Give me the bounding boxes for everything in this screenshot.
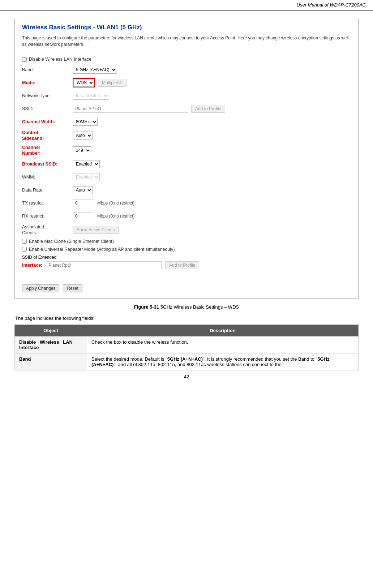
- associated-clients-control: Show Active Clients: [73, 226, 351, 234]
- tx-restrict-label: TX restrict:: [22, 201, 73, 206]
- channel-width-row: Channel Width: 80MHz: [22, 117, 351, 127]
- tx-restrict-unit: Mbps (0:no restrict): [97, 201, 134, 206]
- broadcast-ssid-label: Broadcast SSID:: [22, 162, 73, 167]
- disable-wireless-label: Disable Wireless LAN Interface: [29, 57, 91, 62]
- ssid-extended-label: SSID of Extended: [22, 255, 351, 260]
- multipleap-button: MultipleAP: [98, 79, 127, 87]
- ssid-extended-row: Interface: Add to Profile: [22, 261, 351, 269]
- spacer: [22, 272, 351, 279]
- show-active-clients-button[interactable]: Show Active Clients: [73, 226, 119, 234]
- mode-select-wrap: WDS: [73, 78, 95, 87]
- mode-label: Mode:: [22, 80, 73, 85]
- network-type-label: Network Type:: [22, 93, 73, 98]
- band-label: Band:: [22, 67, 73, 72]
- rx-restrict-label: RX restrict:: [22, 214, 73, 219]
- mac-clone-row: Enable Mac Clone (Single Ethernet Client…: [22, 239, 351, 244]
- ssid-row: SSID: Add to Profile: [22, 104, 351, 114]
- divider: [22, 53, 351, 53]
- control-sideband-select[interactable]: Auto: [73, 132, 93, 140]
- rx-restrict-unit: Mbps (0:no restrict): [97, 214, 134, 219]
- figure-caption-bold: Figure 5-31: [134, 304, 159, 310]
- figure-caption: Figure 5-31 5GHz Wireless Basic Settings…: [14, 304, 359, 310]
- rx-restrict-row: RX restrict: Mbps (0:no restrict): [22, 211, 351, 221]
- panel-description: This page is used to configure the param…: [22, 35, 351, 48]
- band-select[interactable]: 5 GHz (A+N+AC): [73, 66, 117, 74]
- network-type-row: Network Type: Infrastructure: [22, 91, 351, 101]
- universal-repeater-row: Enable Universal Repeater Mode (Acting a…: [22, 247, 351, 252]
- table-header-row: Object Description: [15, 325, 359, 336]
- header-title: User Manual of WDAP-C7200AC: [297, 2, 366, 8]
- table-row-2-description: Select the desired mode. Default is "5GH…: [87, 353, 359, 370]
- following-text: The page includes the following fields:: [14, 316, 359, 321]
- table-row-2-object: Band: [15, 353, 87, 370]
- apply-changes-button[interactable]: Apply Changes: [22, 284, 59, 292]
- control-sideband-control: Auto: [73, 132, 351, 140]
- main-content: Wireless Basic Settings - WLAN1 (5 GHz) …: [0, 14, 373, 387]
- tx-restrict-control: Mbps (0:no restrict): [73, 199, 351, 207]
- broadcast-ssid-row: Broadcast SSID: Enabled: [22, 159, 351, 169]
- channel-number-label: ChannelNumber:: [22, 145, 73, 156]
- control-sideband-label: ControlSideband:: [22, 130, 73, 142]
- table-row: Band Select the desired mode. Default is…: [15, 353, 359, 370]
- ssid-extended-section: SSID of Extended Interface: Add to Profi…: [22, 255, 351, 269]
- mode-control: WDS MultipleAP: [73, 78, 351, 87]
- disable-wireless-checkbox[interactable]: [22, 57, 27, 62]
- universal-repeater-label: Enable Universal Repeater Mode (Acting a…: [29, 247, 175, 252]
- channel-number-select[interactable]: 149: [73, 146, 91, 154]
- table-row-1-description: Check the box to disable the wireless fu…: [87, 336, 359, 353]
- wmm-control: Enabled: [73, 173, 351, 181]
- associated-clients-label: AssociatedClients:: [22, 224, 73, 236]
- network-type-control: Infrastructure: [73, 92, 351, 100]
- table-row: Disable Wireless LAN Interface Check the…: [15, 336, 359, 353]
- channel-width-select[interactable]: 80MHz: [73, 118, 98, 126]
- channel-width-label: Channel Width:: [22, 119, 73, 124]
- tx-restrict-input[interactable]: [73, 199, 94, 207]
- rx-restrict-input[interactable]: [73, 212, 94, 220]
- ssid-interface-input[interactable]: [46, 261, 162, 269]
- disable-wireless-row: Disable Wireless LAN Interface: [22, 57, 351, 62]
- tx-restrict-row: TX restrict: Mbps (0:no restrict): [22, 198, 351, 208]
- rx-restrict-control: Mbps (0:no restrict): [73, 212, 351, 220]
- mode-select[interactable]: WDS: [73, 79, 94, 87]
- universal-repeater-checkbox[interactable]: [22, 247, 27, 252]
- add-to-profile-button[interactable]: Add to Profile: [191, 105, 225, 113]
- page-number: 42: [14, 370, 359, 383]
- broadcast-ssid-control: Enabled: [73, 160, 351, 168]
- band-row: Band: 5 GHz (A+N+AC): [22, 65, 351, 75]
- mac-clone-checkbox[interactable]: [22, 239, 27, 244]
- settings-panel: Wireless Basic Settings - WLAN1 (5 GHz) …: [14, 18, 359, 299]
- description-table: Object Description Disable Wireless LAN …: [14, 325, 359, 370]
- wmm-row: WMM: Enabled: [22, 172, 351, 182]
- band-control: 5 GHz (A+N+AC): [73, 66, 351, 74]
- table-row-1-object: Disable Wireless LAN Interface: [15, 336, 87, 353]
- channel-width-control: 80MHz: [73, 118, 351, 126]
- data-rate-control: Auto: [73, 186, 351, 194]
- mac-clone-label: Enable Mac Clone (Single Ethernet Client…: [29, 239, 114, 244]
- data-rate-select[interactable]: Auto: [73, 186, 93, 194]
- table-col1-header: Object: [15, 325, 87, 336]
- mode-row: Mode: WDS MultipleAP: [22, 78, 351, 88]
- page-header: User Manual of WDAP-C7200AC: [0, 0, 373, 10]
- network-type-select[interactable]: Infrastructure: [73, 92, 109, 100]
- ssid-interface-label: Interface:: [22, 263, 42, 268]
- control-sideband-row: ControlSideband: Auto: [22, 130, 351, 142]
- table-col2-header: Description: [87, 325, 359, 336]
- wmm-label: WMM:: [22, 175, 73, 180]
- action-row: Apply Changes Reset: [22, 284, 351, 292]
- add-to-profile2-button[interactable]: Add to Profile: [165, 261, 199, 269]
- reset-button[interactable]: Reset: [63, 284, 82, 292]
- figure-caption-text: 5GHz Wireless Basic Settings – WDS: [159, 304, 239, 310]
- ssid-input[interactable]: [73, 105, 188, 113]
- panel-title: Wireless Basic Settings - WLAN1 (5 GHz): [22, 24, 351, 31]
- ssid-control: Add to Profile: [73, 105, 351, 113]
- broadcast-ssid-select[interactable]: Enabled: [73, 160, 100, 168]
- data-rate-label: Data Rate:: [22, 188, 73, 193]
- associated-clients-row: AssociatedClients: Show Active Clients: [22, 224, 351, 236]
- ssid-label: SSID:: [22, 106, 73, 111]
- channel-number-row: ChannelNumber: 149: [22, 145, 351, 156]
- wmm-select[interactable]: Enabled: [73, 173, 100, 181]
- channel-number-control: 149: [73, 146, 351, 154]
- data-rate-row: Data Rate: Auto: [22, 185, 351, 195]
